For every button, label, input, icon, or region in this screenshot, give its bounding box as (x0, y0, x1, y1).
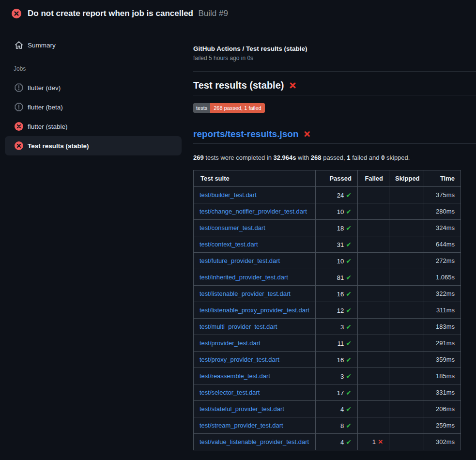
count-value: 24 (337, 192, 344, 199)
failed-icon (15, 141, 23, 150)
skipped-cell (389, 236, 424, 253)
passed-cell: 17✔ (316, 384, 358, 401)
column-header-passed: Passed (316, 170, 358, 187)
failed-cell (358, 319, 389, 335)
test-suite-link[interactable]: test/stream_provider_test.dart (200, 422, 283, 429)
table-row: test/listenable_proxy_provider_test.dart… (194, 302, 461, 319)
check-icon: ✔ (346, 339, 352, 347)
passed-cell: 24✔ (316, 187, 358, 203)
test-results-table: Test suite Passed Failed Skipped Time te… (193, 170, 461, 450)
passed-cell: 81✔ (316, 269, 358, 286)
time-cell: 206ms (424, 401, 461, 417)
time-cell: 185ms (424, 368, 461, 384)
check-icon: ✔ (346, 372, 352, 380)
skipped-cell (389, 401, 424, 417)
check-icon: ✔ (346, 422, 352, 429)
build-title: Do not create report when job is cancell… (28, 9, 193, 18)
table-row: test/consumer_test.dart 18✔ 324ms (194, 220, 461, 236)
passed-cell: 3✔ (316, 319, 358, 335)
test-suite-link[interactable]: test/value_listenable_provider_test.dart (200, 438, 309, 445)
test-suite-link[interactable]: test/consumer_test.dart (200, 224, 265, 231)
failed-cell: 1✕ (358, 434, 389, 450)
test-suite-link[interactable]: test/builder_test.dart (200, 191, 257, 199)
skipped-cell (389, 352, 424, 368)
build-title-row: Do not create report when job is cancell… (28, 9, 228, 18)
passed-cell: 16✔ (316, 352, 358, 368)
sidebar-item-test-results-stable[interactable]: Test results (stable) (5, 136, 182, 155)
table-row: test/listenable_provider_test.dart 16✔ 3… (194, 286, 461, 302)
divider (193, 71, 476, 72)
check-icon: ✔ (346, 274, 352, 281)
table-row: test/provider_test.dart 11✔ 291ms (194, 335, 461, 352)
test-suite-link[interactable]: test/change_notifier_provider_test.dart (200, 208, 307, 215)
time-cell: 311ms (424, 302, 461, 319)
table-row: test/future_provider_test.dart 10✔ 272ms (194, 253, 461, 269)
skipped-cell (389, 286, 424, 302)
failed-cell (358, 286, 389, 302)
jobs-section-label: Jobs (14, 65, 182, 72)
time-cell: 183ms (424, 319, 461, 335)
sidebar: Summary Jobs flutter (dev) flutter (beta… (0, 27, 193, 155)
test-suite-link[interactable]: test/multi_provider_test.dart (200, 323, 277, 330)
badge-value: 268 passed, 1 failed (210, 103, 264, 113)
sidebar-item-flutter-dev[interactable]: flutter (dev) (5, 78, 182, 97)
report-file-link[interactable]: reports/test-results.json (193, 129, 299, 139)
time-cell: 291ms (424, 335, 461, 352)
tests-badge: tests 268 passed, 1 failed (193, 103, 265, 113)
test-suite-link[interactable]: test/stateful_provider_test.dart (200, 405, 284, 413)
passed-cell: 31✔ (316, 236, 358, 253)
count-value: 11 (338, 340, 344, 347)
time-cell: 302ms (424, 434, 461, 450)
time-cell: 1.065s (424, 269, 461, 286)
build-number: Build #9 (198, 9, 228, 18)
badge-label: tests (193, 103, 210, 113)
sidebar-item-flutter-stable[interactable]: flutter (stable) (5, 117, 182, 136)
skipped-cell (389, 302, 424, 319)
time-cell: 259ms (424, 417, 461, 434)
cancelled-icon (15, 103, 23, 111)
table-row: test/multi_provider_test.dart 3✔ 183ms (194, 319, 461, 335)
test-suite-link[interactable]: test/selector_test.dart (200, 389, 260, 396)
test-suite-link[interactable]: test/context_test.dart (200, 241, 258, 248)
failed-cell (358, 220, 389, 236)
failed-icon (15, 122, 23, 131)
failed-cell (358, 236, 389, 253)
test-suite-link[interactable]: test/listenable_provider_test.dart (200, 290, 291, 297)
passed-cell: 12✔ (316, 302, 358, 319)
sidebar-item-flutter-beta[interactable]: flutter (beta) (5, 97, 182, 117)
table-row: test/builder_test.dart 24✔ 375ms (194, 187, 461, 203)
failed-cell (358, 253, 389, 269)
cross-mark-icon: ✕ (289, 81, 296, 90)
table-row: test/inherited_provider_test.dart 81✔ 1.… (194, 269, 461, 286)
count-value: 12 (337, 307, 344, 314)
build-failed-icon (12, 9, 21, 18)
sidebar-item-summary[interactable]: Summary (5, 35, 182, 55)
time-cell: 644ms (424, 236, 461, 253)
summary-text: 269 tests were completed in 32.964s with… (193, 154, 476, 162)
skipped-cell (389, 187, 424, 203)
count-value: 3 (340, 323, 344, 331)
test-suite-link[interactable]: test/listenable_proxy_provider_test.dart (200, 307, 309, 314)
failed-cell (358, 368, 389, 384)
test-suite-link[interactable]: test/provider_test.dart (200, 339, 261, 347)
count-value: 10 (337, 208, 344, 215)
test-suite-link[interactable]: test/proxy_provider_test.dart (200, 356, 279, 363)
passed-cell: 10✔ (316, 253, 358, 269)
check-run-title: GitHub Actions / Test results (stable) (193, 45, 476, 53)
check-icon: ✔ (346, 438, 352, 446)
test-suite-link[interactable]: test/reassemble_test.dart (200, 372, 270, 380)
check-icon: ✔ (346, 290, 352, 298)
count-value: 81 (337, 274, 344, 281)
test-suite-link[interactable]: test/future_provider_test.dart (200, 257, 280, 264)
section-heading-row: Test results (stable) ✕ (193, 80, 476, 95)
failed-cell (358, 384, 389, 401)
skipped-cell (389, 384, 424, 401)
sidebar-summary-label: Summary (28, 42, 56, 49)
passed-cell: 10✔ (316, 203, 358, 220)
test-suite-link[interactable]: test/inherited_provider_test.dart (200, 274, 288, 281)
check-run-meta: failed 5 hours ago in 0s (193, 55, 476, 62)
column-header-time: Time (424, 170, 461, 187)
skipped-cell (389, 434, 424, 450)
check-icon: ✔ (346, 241, 352, 248)
passed-cell: 3✔ (316, 368, 358, 384)
